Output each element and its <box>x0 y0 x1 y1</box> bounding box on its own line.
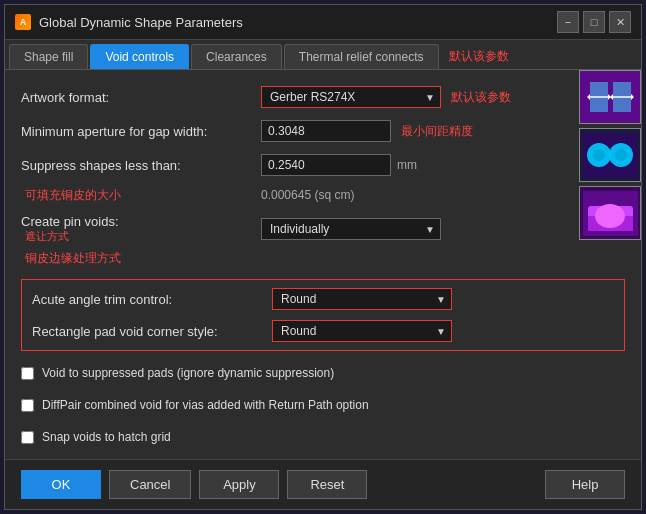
preview-svg-2 <box>583 133 638 178</box>
preview-panels <box>579 70 641 240</box>
suppress-shapes-row: Suppress shapes less than: mm <box>21 152 625 178</box>
annotation-min-gap: 最小间距精度 <box>401 123 473 140</box>
dialog-footer: OK Cancel Apply Reset Help <box>5 459 641 509</box>
acute-trim-select-wrapper: Round Chamfer None ▼ <box>272 288 452 310</box>
artwork-format-select[interactable]: Gerber RS274X Gerber RS274D IPC-2581 <box>261 86 441 108</box>
preview-box-3 <box>579 186 641 240</box>
annotation-edge-style: 铜皮边缘处理方式 <box>25 250 625 267</box>
svg-point-16 <box>595 204 625 228</box>
window-controls: − □ ✕ <box>557 11 631 33</box>
acute-trim-select[interactable]: Round Chamfer None <box>272 288 452 310</box>
min-aperture-row: Minimum aperture for gap width: 最小间距精度 <box>21 118 625 144</box>
svg-marker-6 <box>610 94 613 100</box>
void-suppressed-label: Void to suppressed pads (ignore dynamic … <box>42 366 334 380</box>
dialog: A Global Dynamic Shape Parameters − □ ✕ … <box>4 4 642 510</box>
artwork-format-control: Gerber RS274X Gerber RS274D IPC-2581 ▼ 默… <box>261 86 625 108</box>
artwork-format-row: Artwork format: Gerber RS274X Gerber RS2… <box>21 84 625 110</box>
suppress-shapes-input[interactable] <box>261 154 391 176</box>
snap-voids-checkbox[interactable] <box>21 431 34 444</box>
tab-clearances[interactable]: Clearances <box>191 44 282 69</box>
acute-trim-row: Acute angle trim control: Round Chamfer … <box>32 286 614 312</box>
svg-point-12 <box>615 149 627 161</box>
annotation-default-param: 默认该参数 <box>449 48 509 65</box>
footer-left-buttons: OK Cancel Apply Reset <box>21 470 367 499</box>
tab-void-controls[interactable]: Void controls <box>90 44 189 69</box>
maximize-button[interactable]: □ <box>583 11 605 33</box>
tab-bar: Shape fill Void controls Clearances Ther… <box>5 40 641 70</box>
tab-shape-fill[interactable]: Shape fill <box>9 44 88 69</box>
minimize-button[interactable]: − <box>557 11 579 33</box>
snap-voids-label: Snap voids to hatch grid <box>42 430 171 444</box>
diffpair-label: DiffPair combined void for vias added wi… <box>42 398 369 412</box>
preview-box-2 <box>579 128 641 182</box>
trim-style-box: Acute angle trim control: Round Chamfer … <box>21 279 625 351</box>
title-bar: A Global Dynamic Shape Parameters − □ ✕ <box>5 5 641 40</box>
close-button[interactable]: ✕ <box>609 11 631 33</box>
rect-pad-control: Round Chamfer Square ▼ <box>272 320 614 342</box>
svg-point-10 <box>593 149 605 161</box>
min-aperture-control: 最小间距精度 <box>261 120 625 142</box>
acute-trim-label: Acute angle trim control: <box>32 292 272 307</box>
rect-pad-select-wrapper: Round Chamfer Square ▼ <box>272 320 452 342</box>
cancel-button[interactable]: Cancel <box>109 470 191 499</box>
acute-trim-control: Round Chamfer None ▼ <box>272 288 614 310</box>
suppress-shapes-control: mm <box>261 154 625 176</box>
artwork-format-label: Artwork format: <box>21 90 261 105</box>
min-aperture-input[interactable] <box>261 120 391 142</box>
create-pin-voids-label: Create pin voids: <box>21 214 261 229</box>
create-pin-voids-select-wrapper: Individually Together None ▼ <box>261 218 441 240</box>
suppress-sub-row: 可填充铜皮的大小 0.000645 (sq cm) <box>21 182 625 208</box>
suppress-unit: mm <box>397 158 417 172</box>
annotation-default-param-2: 默认该参数 <box>451 89 511 106</box>
dialog-title: Global Dynamic Shape Parameters <box>39 15 549 30</box>
void-suppressed-row: Void to suppressed pads (ignore dynamic … <box>21 361 625 385</box>
app-icon: A <box>15 14 31 30</box>
help-button[interactable]: Help <box>545 470 625 499</box>
create-pin-voids-select[interactable]: Individually Together None <box>261 218 441 240</box>
rect-pad-select[interactable]: Round Chamfer Square <box>272 320 452 342</box>
preview-box-1 <box>579 70 641 124</box>
dialog-content: Artwork format: Gerber RS274X Gerber RS2… <box>5 70 641 459</box>
void-suppressed-checkbox[interactable] <box>21 367 34 380</box>
tab-thermal-relief[interactable]: Thermal relief connects <box>284 44 439 69</box>
annotation-create-method: 遮让方式 <box>25 229 261 244</box>
annotation-fillable: 可填充铜皮的大小 <box>25 187 121 204</box>
suppress-sub-value: 0.000645 (sq cm) <box>261 188 354 202</box>
artwork-format-select-wrapper: Gerber RS274X Gerber RS274D IPC-2581 ▼ <box>261 86 441 108</box>
reset-button[interactable]: Reset <box>287 470 367 499</box>
diffpair-row: DiffPair combined void for vias added wi… <box>21 393 625 417</box>
ok-button[interactable]: OK <box>21 470 101 499</box>
min-aperture-label: Minimum aperture for gap width: <box>21 124 261 139</box>
rect-pad-label: Rectangle pad void corner style: <box>32 324 272 339</box>
suppress-shapes-label: Suppress shapes less than: <box>21 158 261 173</box>
snap-voids-row: Snap voids to hatch grid <box>21 425 625 449</box>
apply-button[interactable]: Apply <box>199 470 279 499</box>
svg-marker-4 <box>587 94 590 100</box>
rect-pad-row: Rectangle pad void corner style: Round C… <box>32 318 614 344</box>
preview-svg-1 <box>585 77 635 117</box>
svg-marker-7 <box>631 94 634 100</box>
create-pin-voids-row: Create pin voids: 遮让方式 Individually Toge… <box>21 216 625 242</box>
preview-svg-3 <box>583 191 638 236</box>
diffpair-checkbox[interactable] <box>21 399 34 412</box>
create-pin-voids-control: Individually Together None ▼ <box>261 218 625 240</box>
